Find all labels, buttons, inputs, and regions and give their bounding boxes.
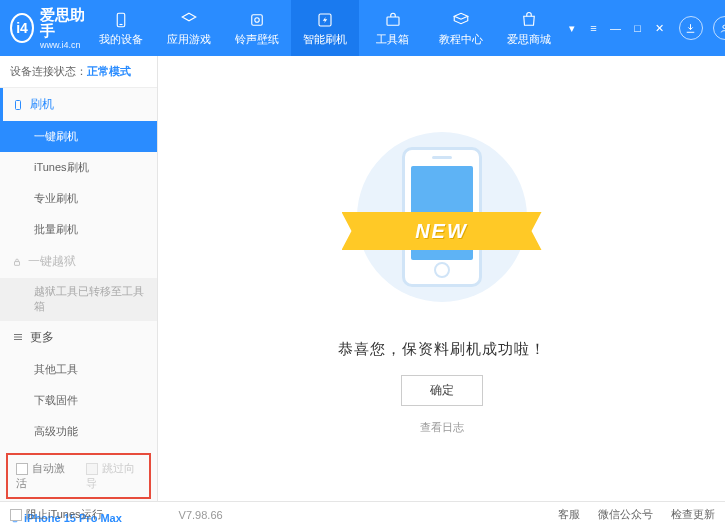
logo[interactable]: i4 爱思助手 www.i4.cn — [10, 7, 87, 50]
options-highlight: 自动激活 跳过向导 — [6, 453, 151, 499]
app-url: www.i4.cn — [40, 40, 86, 50]
top-nav: 我的设备 应用游戏 铃声壁纸 智能刷机 工具箱 教程中心 爱思商城 — [87, 0, 563, 56]
nav-toolbox[interactable]: 工具箱 — [359, 0, 427, 56]
sidebar-item-download-firmware[interactable]: 下载固件 — [0, 385, 157, 416]
sidebar-item-advanced[interactable]: 高级功能 — [0, 416, 157, 447]
phone-icon — [12, 99, 24, 111]
nav-smart-flash[interactable]: 智能刷机 — [291, 0, 359, 56]
flash-icon — [315, 10, 335, 30]
app-name: 爱思助手 — [40, 7, 86, 40]
confirm-button[interactable]: 确定 — [401, 375, 483, 406]
close-icon[interactable]: ✕ — [651, 19, 669, 37]
sidebar-item-batch-flash[interactable]: 批量刷机 — [0, 214, 157, 245]
nav-tutorials[interactable]: 教程中心 — [427, 0, 495, 56]
sidebar-item-other-tools[interactable]: 其他工具 — [0, 354, 157, 385]
device-icon — [111, 10, 131, 30]
sidebar: 设备连接状态：正常模式 刷机 一键刷机 iTunes刷机 专业刷机 批量刷机 一… — [0, 56, 158, 501]
nav-store[interactable]: 爱思商城 — [495, 0, 563, 56]
sidebar-section-jailbreak: 一键越狱 — [0, 245, 157, 278]
svg-rect-7 — [16, 100, 21, 109]
download-icon[interactable] — [679, 16, 703, 40]
connection-status: 设备连接状态：正常模式 — [0, 56, 157, 88]
footer-link-update[interactable]: 检查更新 — [671, 507, 715, 522]
window-controls: ▾ ≡ — □ ✕ — [563, 16, 725, 40]
tutorial-icon — [451, 10, 471, 30]
logo-icon: i4 — [10, 13, 34, 43]
ringtone-icon — [247, 10, 267, 30]
svg-rect-5 — [387, 17, 399, 25]
new-ribbon: NEW — [342, 212, 542, 250]
sidebar-item-itunes-flash[interactable]: iTunes刷机 — [0, 152, 157, 183]
minimize-icon[interactable]: — — [607, 19, 625, 37]
user-icon[interactable] — [713, 16, 725, 40]
maximize-icon[interactable]: □ — [629, 19, 647, 37]
sidebar-section-flash[interactable]: 刷机 — [0, 88, 157, 121]
svg-rect-8 — [15, 261, 20, 265]
sidebar-jailbreak-moved: 越狱工具已转移至工具箱 — [0, 278, 157, 321]
version-label: V7.98.66 — [179, 509, 223, 521]
footer-link-support[interactable]: 客服 — [558, 507, 580, 522]
nav-ringtones[interactable]: 铃声壁纸 — [223, 0, 291, 56]
menu-icon[interactable]: ▾ — [563, 19, 581, 37]
settings-icon[interactable]: ≡ — [585, 19, 603, 37]
apps-icon — [179, 10, 199, 30]
svg-rect-2 — [251, 14, 262, 25]
svg-point-3 — [254, 17, 259, 22]
lock-icon — [12, 257, 22, 267]
block-itunes-checkbox[interactable]: 阻止iTunes运行 — [10, 507, 103, 522]
sidebar-item-pro-flash[interactable]: 专业刷机 — [0, 183, 157, 214]
main-content: NEW 恭喜您，保资料刷机成功啦！ 确定 查看日志 — [158, 56, 725, 501]
nav-apps[interactable]: 应用游戏 — [155, 0, 223, 56]
store-icon — [519, 10, 539, 30]
footer-link-wechat[interactable]: 微信公众号 — [598, 507, 653, 522]
sidebar-section-more[interactable]: 更多 — [0, 321, 157, 354]
success-illustration: NEW — [352, 122, 532, 322]
success-message: 恭喜您，保资料刷机成功啦！ — [338, 340, 546, 359]
nav-my-device[interactable]: 我的设备 — [87, 0, 155, 56]
view-log-link[interactable]: 查看日志 — [420, 420, 464, 435]
titlebar: i4 爱思助手 www.i4.cn 我的设备 应用游戏 铃声壁纸 智能刷机 工具… — [0, 0, 725, 56]
sidebar-item-oneclick-flash[interactable]: 一键刷机 — [0, 121, 157, 152]
skip-wizard-checkbox: 跳过向导 — [86, 461, 142, 491]
list-icon — [12, 331, 24, 343]
toolbox-icon — [383, 10, 403, 30]
auto-activate-checkbox[interactable]: 自动激活 — [16, 461, 72, 491]
